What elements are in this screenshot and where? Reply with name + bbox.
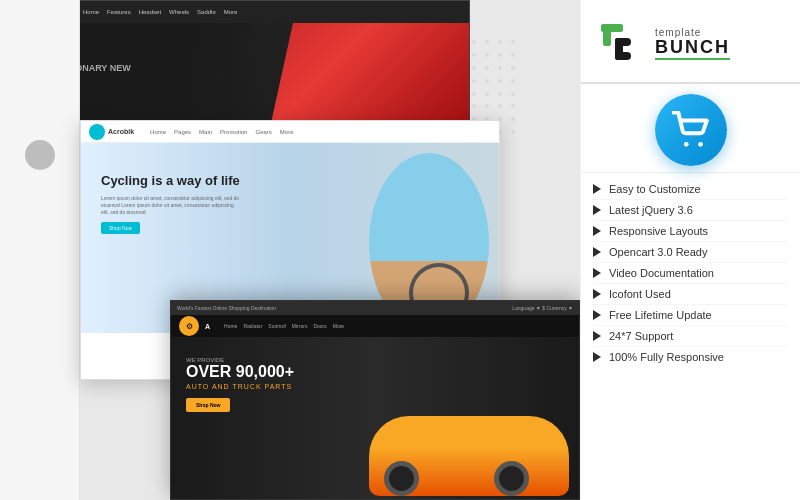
auto-cta[interactable]: Shop Now [186,398,230,412]
auto-navlinks: Home Radiator Sunroof Mirrors Doors More [224,323,344,329]
auto-nav-more: More [333,323,344,329]
car-wheel-right [384,461,419,496]
bicycle-logo-icon [89,124,105,140]
auto-main-text: OVER 90,000+ [186,363,294,381]
bicycle-nav-promotion: Promotion [220,129,247,135]
auto-topbar: World's Fastest Online Shopping Destinat… [171,301,579,315]
auto-navbar: ⚙ A Home Radiator Sunroof Mirrors Doors … [171,315,579,337]
nav-link-more: More [224,9,238,15]
cart-icon [672,111,710,149]
feature-label-fullresponsive: 100% Fully Responsive [609,351,724,363]
nav-link-headset: Headset [139,9,161,15]
car-wheel-left [494,461,529,496]
bicycle-brand-text: Acrobik [108,128,134,135]
feature-item-customize: Easy to Customize [593,179,788,200]
auto-nav-sunroof: Sunroof [268,323,286,329]
arrow-icon-fullresponsive [593,352,601,362]
brand-name-text: template BUNCH [655,27,730,60]
arrow-icon-customize [593,184,601,194]
bicycle-desc: Lorem ipsum dolor sit amet, consectetur … [101,195,241,216]
auto-nav-doors: Doors [313,323,326,329]
nav-link-saddle: Saddle [197,9,216,15]
auto-topbar-text: World's Fastest Online Shopping Destinat… [177,305,276,311]
arrow-icon-responsive [593,226,601,236]
arrow-icon-icofont [593,289,601,299]
bicycle-logo: Acrobik [89,124,134,140]
brand-header: template BUNCH [581,0,800,84]
bicycle-navbar: Acrobik Home Pages Main Promotion Gears … [81,121,499,143]
auto-topbar-right: Language ▼ $ Currency ▼ [512,305,573,311]
auto-brand-text: A [205,323,210,330]
arrow-icon-opencart [593,247,601,257]
bicycle-cta[interactable]: Shop Now [101,222,140,234]
bicycle-navlinks: Home Pages Main Promotion Gears More [150,129,293,135]
feature-item-opencart: Opencart 3.0 Ready [593,242,788,263]
feature-item-support: 24*7 Support [593,326,788,347]
auto-hero-text: WE PROVIDE OVER 90,000+ AUTO AND TRUCK P… [186,357,294,412]
feature-label-customize: Easy to Customize [609,183,701,195]
nav-link-features: Features [107,9,131,15]
auto-nav-radiator: Radiator [243,323,262,329]
feature-label-video: Video Documentation [609,267,714,279]
auto-hero: WE PROVIDE OVER 90,000+ AUTO AND TRUCK P… [171,337,579,500]
feature-item-video: Video Documentation [593,263,788,284]
bicycle-nav-more: More [280,129,294,135]
bicycle-nav-gears: Gears [255,129,271,135]
cart-icon-circle [655,94,727,166]
bicycle-nav-main: Main [199,129,212,135]
screenshots-panel: STOCK Home Features Headset Wheels Saddl… [0,0,580,500]
arrow-icon-support [593,331,601,341]
bicycle-hero-text: Cycling is a way of life Lorem ipsum dol… [101,173,241,234]
feature-label-support: 24*7 Support [609,330,673,342]
feature-label-opencart: Opencart 3.0 Ready [609,246,707,258]
feature-item-jquery: Latest jQuery 3.6 [593,200,788,221]
auto-screenshot: World's Fastest Online Shopping Destinat… [170,300,580,500]
auto-gear-logo: ⚙ [179,316,199,336]
svg-rect-4 [615,38,631,46]
nav-link-home: Home [83,9,99,15]
brand-underline [655,58,730,60]
svg-point-6 [698,142,703,147]
avatar-icon [25,140,55,170]
bunch-label: BUNCH [655,38,730,56]
arrow-icon-lifetime [593,310,601,320]
feature-label-icofont: Icofont Used [609,288,671,300]
template-label: template [655,27,730,38]
feature-item-icofont: Icofont Used [593,284,788,305]
feature-label-jquery: Latest jQuery 3.6 [609,204,693,216]
bicycle-tagline: Cycling is a way of life [101,173,241,189]
right-panel: template BUNCH Easy to CustomizeLatest j… [580,0,800,500]
svg-point-5 [683,142,688,147]
arrow-icon-jquery [593,205,601,215]
feature-label-responsive: Responsive Layouts [609,225,708,237]
left-sidebar-strip [0,0,80,500]
svg-rect-3 [615,52,631,60]
auto-nav-mirrors: Mirrors [292,323,308,329]
auto-nav-home: Home [224,323,237,329]
bicycle-nav-home: Home [150,129,166,135]
moto-navlinks: Home Features Headset Wheels Saddle More [83,9,237,15]
features-list: Easy to CustomizeLatest jQuery 3.6Respon… [581,173,800,500]
feature-item-responsive: Responsive Layouts [593,221,788,242]
brand-logo [595,18,645,68]
bicycle-nav-pages: Pages [174,129,191,135]
feature-item-lifetime: Free Lifetime Update [593,305,788,326]
arrow-icon-video [593,268,601,278]
auto-sub-text: AUTO AND TRUCK PARTS [186,383,294,390]
cart-section [581,84,800,173]
nav-link-wheels: Wheels [169,9,189,15]
svg-rect-1 [601,24,623,32]
feature-item-fullresponsive: 100% Fully Responsive [593,347,788,367]
feature-label-lifetime: Free Lifetime Update [609,309,712,321]
